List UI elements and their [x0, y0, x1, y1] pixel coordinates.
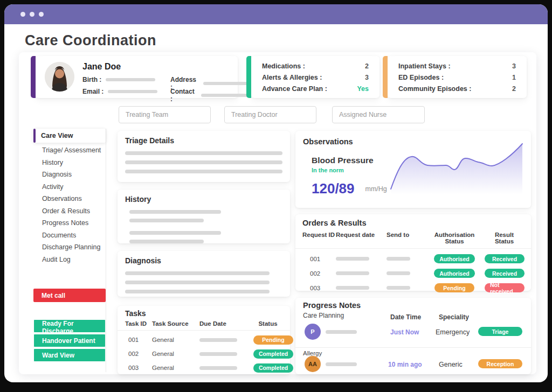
care-planning-label: Care Planning — [303, 312, 344, 319]
note-department-badge: Triage — [478, 327, 522, 336]
triage-details-card: Triage Details — [118, 131, 290, 182]
alerts-allergies-row: Alerts & Allergies : 3 — [262, 74, 369, 81]
met-call-button[interactable]: Met call — [33, 289, 106, 302]
orders-results-card: Orders & Results Request ID Request date… — [295, 214, 531, 291]
sidebar-item-activity[interactable]: Activity — [33, 181, 106, 193]
task-source: General — [152, 337, 199, 343]
sidebar-item-documents[interactable]: Documents — [33, 229, 106, 242]
placeholder-bar — [199, 338, 237, 342]
task-id: 001 — [125, 337, 152, 343]
patient-contact-field: Contact : — [170, 88, 249, 103]
order-row[interactable]: 002 Authorised Received — [302, 266, 524, 281]
medications-card: Medications : 2 Alerts & Allergies : 3 A… — [251, 56, 380, 98]
medications-value: 2 — [365, 62, 369, 70]
orders-table-header: Request ID Request date Send to Authoris… — [302, 232, 524, 244]
history-placeholder-lines — [129, 210, 282, 243]
window-control-dot[interactable] — [30, 12, 34, 17]
community-episodes-label: Community Episodes : — [398, 85, 471, 93]
placeholder-bar — [129, 240, 204, 243]
ready-for-discharge-button[interactable]: Ready For Discharge — [33, 319, 106, 333]
window-control-dot[interactable] — [39, 12, 44, 17]
tasks-table-header: Task ID Task Source Due Date Status — [125, 320, 282, 327]
sidebar-item-discharge-planning[interactable]: Discharge Planning — [33, 241, 106, 254]
handover-patient-button[interactable]: Handover Patient — [33, 334, 106, 347]
progress-notes-card: Progress Notes Care Planning Date Time S… — [295, 298, 531, 374]
order-row[interactable]: 003 Pending Not received — [302, 281, 524, 295]
sidebar-item-triage-assessment[interactable]: Triage/ Assessment — [33, 144, 106, 157]
placeholder-bar — [201, 94, 248, 97]
treating-team-input[interactable] — [119, 106, 211, 123]
progress-note-row[interactable]: P Just Now Emergency Triage — [295, 324, 531, 342]
task-row[interactable]: 002 General Completed — [125, 347, 282, 361]
ed-episodes-label: ED Episodes : — [398, 74, 444, 81]
page-title: Care Coordination — [25, 32, 156, 49]
sidebar-item-diagnosis[interactable]: Diagnosis — [33, 169, 106, 181]
sidebar-item-care-view[interactable]: Care View — [33, 129, 106, 143]
placeholder-bar — [125, 290, 270, 293]
app-window: Care Coordination Jane Doe Birth : Addr — [4, 4, 548, 382]
order-row[interactable]: 001 Authorised Received — [302, 251, 524, 266]
assigned-nurse-input[interactable] — [332, 106, 425, 123]
placeholder-bar — [326, 330, 357, 334]
progress-note-row[interactable]: AA 10 min ago Generic Reception — [295, 356, 531, 374]
orders-header-request-id: Request ID — [302, 232, 336, 244]
advance-care-plan-label: Advance Care Plan : — [262, 85, 327, 93]
task-source: General — [152, 351, 199, 357]
order-request-id: 002 — [302, 270, 336, 277]
tasks-header-id: Task ID — [125, 320, 152, 327]
sidebar-item-label: Care View — [41, 132, 73, 139]
authorisation-status-badge: Pending — [434, 283, 474, 292]
main-panel: Jane Doe Birth : Address : Email : Conta… — [19, 52, 536, 374]
community-episodes-row: Community Episodes : 2 — [398, 85, 516, 93]
orders-header-result-status: Result Status — [485, 232, 524, 244]
blood-pressure-label: Blood Pressure — [312, 156, 374, 165]
patient-summary-card: Jane Doe Birth : Address : Email : Conta… — [36, 56, 238, 98]
orders-header-auth-status: Authorisation Status — [424, 232, 485, 244]
sidebar-item-progress-notes[interactable]: Progress Notes — [33, 217, 106, 229]
ed-episodes-value: 1 — [512, 74, 516, 81]
progress-notes-title: Progress Notes — [303, 301, 523, 310]
result-status-badge: Received — [485, 269, 525, 278]
tasks-card: Tasks Task ID Task Source Due Date Statu… — [118, 306, 290, 374]
orders-header-divider — [295, 248, 531, 249]
sidebar-item-audit-log[interactable]: Audit Log — [33, 254, 106, 266]
note-time: 10 min ago — [388, 361, 422, 368]
sidebar-item-observations[interactable]: Observations — [33, 193, 106, 205]
task-id: 003 — [125, 365, 152, 371]
patient-card-accent — [31, 56, 36, 98]
placeholder-bar — [336, 271, 369, 275]
placeholder-bar — [326, 362, 357, 366]
advance-care-plan-value: Yes — [357, 85, 369, 93]
tasks-header-due-date: Due Date — [199, 320, 253, 327]
order-request-id: 003 — [302, 285, 336, 291]
medications-label: Medications : — [262, 62, 305, 70]
patient-avatar — [45, 62, 74, 92]
history-title: History — [125, 195, 282, 204]
diagnosis-title: Diagnosis — [125, 256, 282, 265]
inpatient-stays-row: Inpatient Stays : 3 — [398, 62, 516, 70]
task-row[interactable]: 001 General Pending — [125, 333, 282, 347]
task-status-badge: Completed — [253, 363, 293, 373]
ward-view-button[interactable]: Ward View — [33, 348, 106, 362]
note-speciality: Emergency — [436, 328, 470, 336]
advance-care-plan-row: Advance Care Plan : Yes — [262, 85, 369, 93]
orders-results-title: Orders & Results — [302, 219, 524, 227]
chart-area-fill — [391, 144, 522, 203]
episodes-card-accent — [383, 56, 388, 98]
placeholder-bar — [108, 90, 157, 93]
task-row[interactable]: 003 General Completed — [125, 361, 282, 375]
window-control-dot[interactable] — [20, 12, 25, 17]
placeholder-bar — [125, 271, 270, 275]
patient-name: Jane Doe — [82, 62, 121, 72]
tasks-title: Tasks — [125, 309, 282, 318]
patient-birth-field: Birth : — [82, 76, 155, 83]
placeholder-bar — [106, 78, 155, 81]
patient-photo-illustration — [45, 62, 74, 92]
treating-doctor-input[interactable] — [224, 106, 316, 123]
sidebar-item-history[interactable]: History — [33, 157, 106, 169]
task-id: 002 — [125, 351, 152, 357]
sidebar-item-order-results[interactable]: Order & Results — [33, 205, 106, 218]
placeholder-bar — [199, 352, 237, 356]
triage-details-title: Triage Details — [125, 136, 282, 145]
result-status-badge: Received — [485, 254, 525, 263]
